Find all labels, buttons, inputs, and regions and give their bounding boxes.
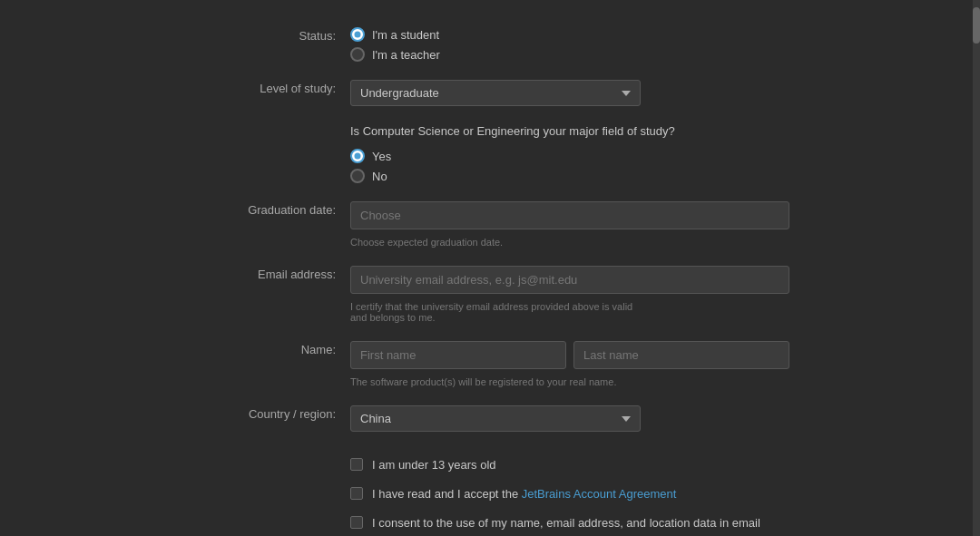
level-of-study-select[interactable]: Undergraduate Graduate PhD	[350, 80, 641, 106]
jetbrains-agreement-link[interactable]: JetBrains Account Agreement	[522, 487, 677, 501]
agreement-checkbox[interactable]	[350, 487, 363, 500]
graduation-date-label: Graduation date:	[191, 201, 336, 217]
level-of-study-label: Level of study:	[191, 80, 336, 95]
agreement-label[interactable]: I have read and I accept the JetBrains A…	[350, 486, 789, 502]
checkboxes-controls: I am under 13 years old I have read and …	[350, 450, 789, 536]
email-helper-line1: I certify that the university email addr…	[350, 301, 632, 312]
graduation-date-controls: Choose expected graduation date.	[350, 201, 789, 248]
first-name-input[interactable]	[350, 341, 566, 369]
cs-no-text: No	[372, 170, 387, 183]
student-radio[interactable]	[350, 27, 365, 42]
name-row: Name: The software product(s) will be re…	[191, 332, 789, 396]
name-helper: The software product(s) will be register…	[350, 376, 789, 387]
graduation-date-row: Graduation date: Choose expected graduat…	[191, 192, 789, 257]
under13-label[interactable]: I am under 13 years old	[350, 457, 789, 473]
student-label: I'm a student	[372, 28, 439, 42]
scrollbar-thumb	[973, 7, 980, 44]
student-radio-label[interactable]: I'm a student	[350, 27, 789, 42]
consent-checkbox[interactable]	[350, 516, 363, 529]
email-label: Email address:	[191, 266, 336, 281]
email-helper-line2: and belongs to me.	[350, 312, 436, 323]
last-name-input[interactable]	[573, 341, 789, 369]
level-of-study-controls: Undergraduate Graduate PhD	[350, 80, 789, 106]
under13-checkbox[interactable]	[350, 458, 363, 471]
status-controls: I'm a student I'm a teacher	[350, 27, 789, 62]
level-of-study-row: Level of study: Undergraduate Graduate P…	[191, 71, 789, 115]
checkbox-group: I am under 13 years old I have read and …	[350, 450, 789, 536]
cs-radio-group: Yes No	[350, 149, 789, 183]
email-row: Email address: I certify that the univer…	[191, 257, 789, 332]
status-label: Status:	[191, 27, 336, 43]
email-controls: I certify that the university email addr…	[350, 266, 789, 323]
consent-text: I consent to the use of my name, email a…	[372, 515, 789, 536]
agreement-text: I have read and I accept the JetBrains A…	[372, 486, 676, 502]
name-inputs	[350, 341, 789, 369]
consent-label[interactable]: I consent to the use of my name, email a…	[350, 515, 789, 536]
country-row: Country / region: China United States Un…	[191, 396, 789, 441]
country-controls: China United States United Kingdom Germa…	[350, 405, 789, 432]
country-select[interactable]: China United States United Kingdom Germa…	[350, 405, 641, 432]
checkboxes-empty-label	[191, 450, 336, 452]
checkboxes-row: I am under 13 years old I have read and …	[191, 441, 789, 536]
name-controls: The software product(s) will be register…	[350, 341, 789, 387]
consent-content: I consent to the use of my name, email a…	[372, 516, 778, 536]
cs-empty-label	[191, 124, 336, 126]
cs-controls: Is Computer Science or Engineering your …	[350, 124, 789, 183]
teacher-label: I'm a teacher	[372, 48, 440, 62]
cs-yes-label[interactable]: Yes	[350, 149, 789, 163]
cs-yes-text: Yes	[372, 150, 391, 163]
name-label: Name:	[191, 341, 336, 356]
email-input[interactable]	[350, 266, 789, 294]
country-label: Country / region:	[191, 405, 336, 421]
scrollbar[interactable]	[973, 0, 980, 536]
cs-question-text: Is Computer Science or Engineering your …	[350, 124, 789, 138]
cs-question-row: Is Computer Science or Engineering your …	[191, 115, 789, 192]
cs-no-radio[interactable]	[350, 169, 365, 183]
cs-no-label[interactable]: No	[350, 169, 789, 183]
graduation-date-input[interactable]	[350, 201, 789, 229]
email-helper: I certify that the university email addr…	[350, 301, 789, 323]
agreement-prefix: I have read and I accept the	[372, 487, 522, 501]
status-radio-group: I'm a student I'm a teacher	[350, 27, 789, 62]
cs-yes-radio[interactable]	[350, 149, 365, 163]
graduation-date-helper: Choose expected graduation date.	[350, 237, 789, 248]
teacher-radio-label[interactable]: I'm a teacher	[350, 47, 789, 62]
under13-text: I am under 13 years old	[372, 457, 496, 473]
teacher-radio[interactable]	[350, 47, 365, 62]
status-row: Status: I'm a student I'm a teacher	[191, 18, 789, 71]
